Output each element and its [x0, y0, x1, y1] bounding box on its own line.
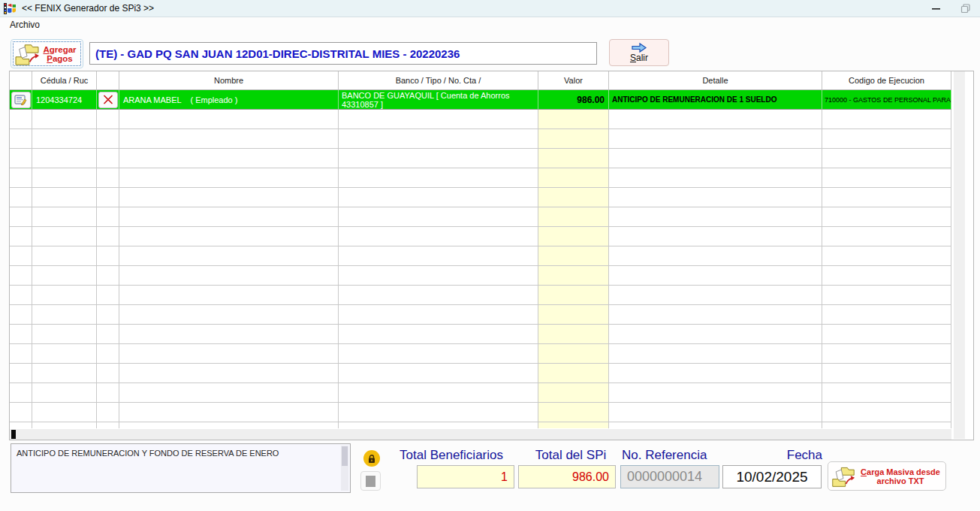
- empty-grid-cell: [10, 207, 32, 227]
- total-spi-label: Total del SPi: [526, 448, 616, 463]
- empty-grid-row[interactable]: [10, 246, 951, 266]
- empty-grid-cell: [538, 286, 609, 305]
- empty-grid-cell: [32, 149, 97, 168]
- empty-grid-cell: [119, 227, 339, 246]
- empty-grid-cell: [32, 403, 97, 422]
- empty-grid-cell: [538, 246, 609, 266]
- empty-grid-row[interactable]: [10, 286, 951, 305]
- empty-grid-row[interactable]: [10, 207, 951, 227]
- empty-grid-cell: [339, 325, 538, 344]
- grid-vertical-scrollbar[interactable]: [954, 71, 965, 439]
- empty-grid-row[interactable]: [10, 383, 951, 403]
- header-cedula[interactable]: Cédula / Ruc: [32, 71, 97, 90]
- empty-grid-cell: [339, 227, 538, 246]
- restore-icon: [960, 4, 971, 14]
- empty-grid-cell: [339, 344, 538, 364]
- empty-grid-cell: [10, 325, 32, 344]
- empty-grid-cell: [822, 149, 951, 168]
- delete-x-icon: [103, 95, 113, 104]
- empty-grid-cell: [97, 246, 119, 266]
- empty-grid-cell: [119, 149, 339, 168]
- empty-grid-cell: [822, 168, 951, 188]
- textarea-scrollbar[interactable]: [341, 446, 348, 491]
- empty-grid-cell: [32, 364, 97, 383]
- cell-valor: 986.00: [538, 90, 609, 110]
- delete-row-button[interactable]: [98, 92, 118, 108]
- fecha-field[interactable]: 10/02/2025: [722, 465, 822, 488]
- textarea-scrollbar-thumb[interactable]: [342, 446, 348, 466]
- empty-grid-cell: [822, 286, 951, 305]
- empty-grid-cell: [10, 403, 32, 422]
- empty-grid-cell: [609, 149, 822, 168]
- empty-grid-cell: [119, 129, 339, 149]
- empty-grid-cell: [32, 325, 97, 344]
- empty-grid-cell: [538, 422, 609, 428]
- header-nombre[interactable]: Nombre: [119, 71, 339, 90]
- agregar-pagos-button[interactable]: Agregar Pagos: [11, 39, 83, 68]
- empty-grid-row[interactable]: [10, 403, 951, 422]
- empty-grid-cell: [10, 266, 32, 286]
- empty-grid-cell: [119, 188, 339, 207]
- empty-grid-cell: [538, 325, 609, 344]
- gray-square-icon: [366, 476, 375, 487]
- minimize-button[interactable]: [923, 0, 948, 17]
- entity-name-field[interactable]: (TE) - GAD PQ SAN JUAN 12D01-DIREC-DISTR…: [89, 42, 597, 65]
- empty-grid-row[interactable]: [10, 344, 951, 364]
- empty-grid-cell: [97, 110, 119, 129]
- empty-grid-cell: [32, 207, 97, 227]
- referencia-value: 0000000014: [627, 469, 702, 485]
- empty-grid-cell: [609, 188, 822, 207]
- cell-banco: BANCO DE GUAYAQUIL [ Cuenta de Ahorros 4…: [339, 90, 538, 110]
- empty-grid-row[interactable]: [10, 149, 951, 168]
- empty-grid-cell: [97, 227, 119, 246]
- referencia-field: 0000000014: [620, 465, 719, 488]
- empty-grid-row[interactable]: [10, 188, 951, 207]
- empty-grid-cell: [822, 305, 951, 325]
- empty-grid-row[interactable]: [10, 227, 951, 246]
- gray-square-button[interactable]: [360, 471, 381, 491]
- empty-grid-row[interactable]: [10, 129, 951, 149]
- empty-grid-row[interactable]: [10, 364, 951, 383]
- empty-grid-cell: [119, 364, 339, 383]
- salir-button[interactable]: Salir: [609, 39, 669, 66]
- empty-grid-cell: [32, 422, 97, 428]
- empty-grid-row[interactable]: [10, 325, 951, 344]
- empty-grid-cell: [32, 286, 97, 305]
- header-valor[interactable]: Valor: [538, 71, 609, 90]
- header-delete: [97, 71, 119, 90]
- payment-row[interactable]: 1204334724 ARANA MABEL ( Empleado ) BANC…: [10, 90, 951, 110]
- empty-grid-cell: [97, 344, 119, 364]
- header-codigo[interactable]: Codigo de Ejecucion: [822, 71, 951, 90]
- empty-grid-cell: [609, 344, 822, 364]
- detalle-textarea[interactable]: ANTICIPO DE REMUNERACION Y FONDO DE RESE…: [11, 443, 351, 493]
- empty-grid-cell: [119, 325, 339, 344]
- empty-grid-row[interactable]: [10, 305, 951, 325]
- empty-grid-row[interactable]: [10, 422, 951, 428]
- empty-grid-cell: [538, 149, 609, 168]
- empty-grid-cell: [609, 110, 822, 129]
- carga-masiva-button[interactable]: Carga Masiva desde archivo TXT: [828, 461, 946, 491]
- empty-grid-cell: [538, 168, 609, 188]
- header-detalle[interactable]: Detalle: [609, 71, 822, 90]
- empty-grid-cell: [339, 383, 538, 403]
- empty-grid-cell: [609, 227, 822, 246]
- edit-row-button[interactable]: [11, 92, 31, 108]
- empty-grid-cell: [119, 286, 339, 305]
- window-title: << FENIX Generador de SPi3 >>: [22, 3, 154, 14]
- empty-grid-row[interactable]: [10, 168, 951, 188]
- empty-grid-cell: [822, 364, 951, 383]
- detalle-text: ANTICIPO DE REMUNERACION Y FONDO DE RESE…: [17, 449, 279, 458]
- horizontal-scrollbar-thumb[interactable]: [11, 430, 16, 439]
- empty-grid-cell: [538, 188, 609, 207]
- empty-grid-cell: [609, 305, 822, 325]
- grid-horizontal-scrollbar[interactable]: [10, 429, 951, 440]
- empty-grid-row[interactable]: [10, 266, 951, 286]
- empty-grid-row[interactable]: [10, 110, 951, 129]
- restore-button[interactable]: [953, 0, 978, 17]
- empty-grid-cell: [32, 383, 97, 403]
- menu-archivo[interactable]: Archivo: [7, 19, 43, 31]
- header-banco[interactable]: Banco / Tipo / No. Cta /: [339, 71, 538, 90]
- carga-masiva-label: Carga Masiva desde archivo TXT: [858, 467, 942, 485]
- minimize-icon: [931, 4, 941, 14]
- empty-grid-cell: [119, 344, 339, 364]
